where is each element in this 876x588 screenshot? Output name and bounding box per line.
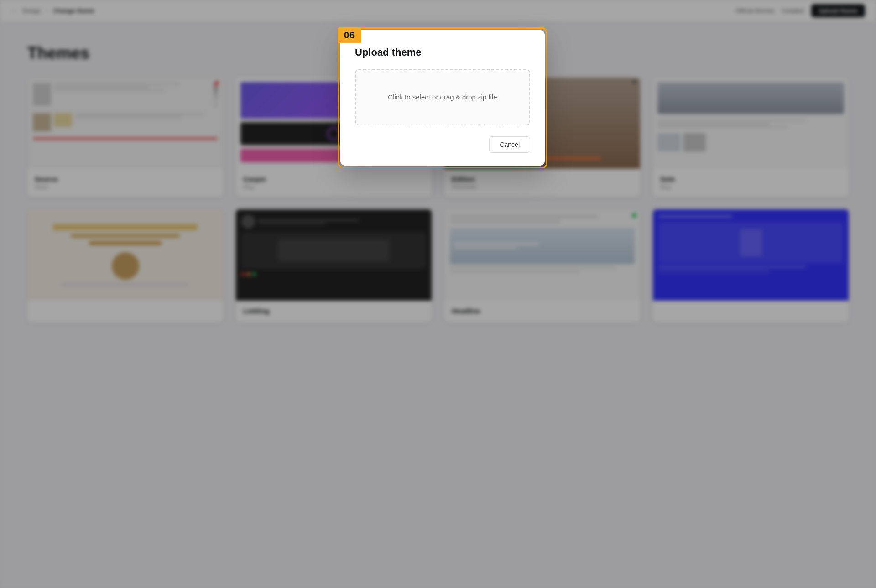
upload-dropzone[interactable]: Click to select or drag & drop zip file [355, 69, 530, 125]
cancel-button[interactable]: Cancel [489, 136, 530, 153]
modal-footer: Cancel [355, 136, 530, 153]
modal-title: Upload theme [355, 47, 530, 58]
step-badge: 06 [338, 27, 361, 43]
upload-modal: Upload theme Click to select or drag & d… [340, 30, 545, 166]
modal-wrapper: Upload theme Click to select or drag & d… [338, 27, 548, 168]
upload-zone-text: Click to select or drag & drop zip file [388, 93, 497, 101]
